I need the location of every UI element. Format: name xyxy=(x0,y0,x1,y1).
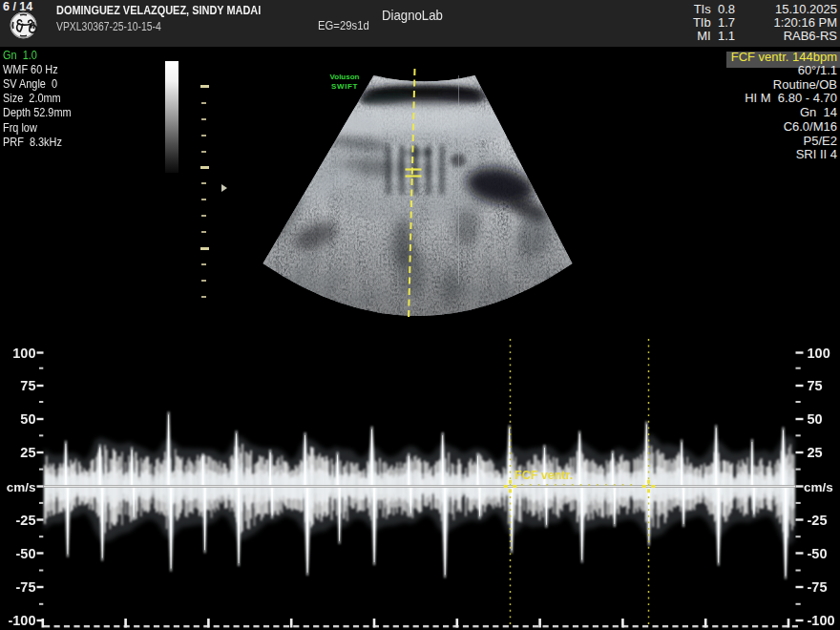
svg-text:FCF ventr.: FCF ventr. xyxy=(514,469,573,482)
svg-text:Voluson: Voluson xyxy=(330,73,360,81)
svg-text:100: 100 xyxy=(12,346,35,361)
svg-text:50: 50 xyxy=(20,411,35,427)
svg-text:100: 100 xyxy=(808,346,830,361)
svg-text:50: 50 xyxy=(808,411,823,427)
svg-text:SWIFT: SWIFT xyxy=(331,82,358,91)
svg-text:-100: -100 xyxy=(808,613,835,628)
svg-text:-50: -50 xyxy=(16,546,36,561)
svg-text:-100: -100 xyxy=(8,613,35,628)
svg-text:75: 75 xyxy=(808,378,823,393)
svg-text:-25: -25 xyxy=(16,513,36,528)
svg-text:25: 25 xyxy=(20,445,35,460)
svg-text:-75: -75 xyxy=(808,579,828,595)
svg-text:-50: -50 xyxy=(808,546,828,561)
svg-text:cm/s: cm/s xyxy=(804,480,833,494)
svg-text:-75: -75 xyxy=(16,579,36,595)
svg-text:25: 25 xyxy=(808,445,823,460)
svg-text:-25: -25 xyxy=(808,513,828,528)
svg-text:75: 75 xyxy=(20,378,35,393)
svg-text:cm/s: cm/s xyxy=(7,480,36,494)
